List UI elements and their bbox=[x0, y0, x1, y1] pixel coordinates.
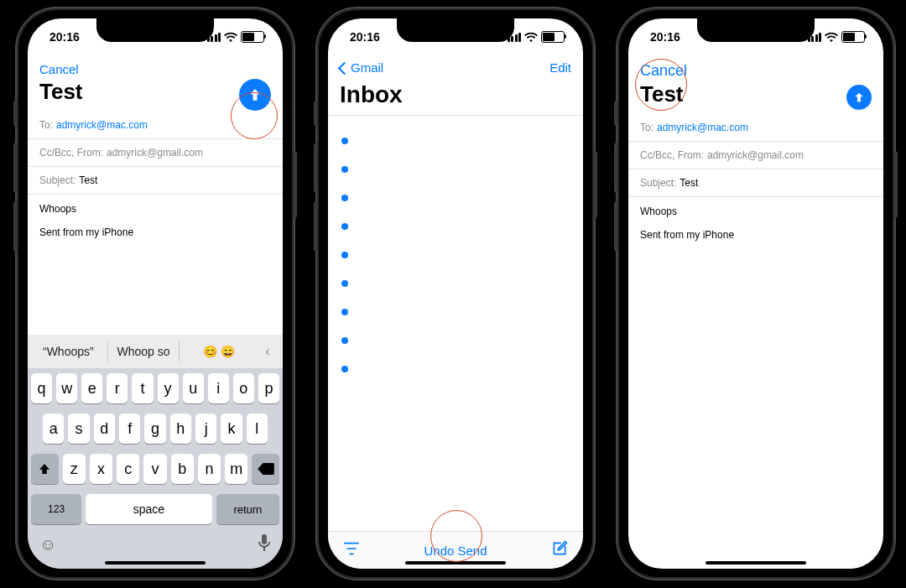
microphone-icon bbox=[258, 534, 271, 551]
status-time: 20:16 bbox=[49, 30, 80, 44]
key-b[interactable]: b bbox=[171, 454, 194, 484]
subject-label: Subject: bbox=[39, 174, 76, 186]
unread-dot-icon bbox=[341, 337, 348, 344]
notch bbox=[697, 18, 815, 42]
cc-bcc-from-field[interactable]: Cc/Bcc, From: admyrick@gmail.com bbox=[628, 142, 883, 169]
cc-label: Cc/Bcc, From: bbox=[39, 147, 103, 159]
unread-dot-icon bbox=[341, 223, 348, 230]
cancel-button[interactable]: Cancel bbox=[640, 62, 687, 79]
undo-send-button[interactable]: Undo Send bbox=[424, 544, 487, 558]
subject-field[interactable]: Subject: Test bbox=[28, 167, 283, 195]
key-z[interactable]: z bbox=[63, 454, 86, 484]
key-u[interactable]: u bbox=[183, 373, 204, 403]
send-button[interactable] bbox=[239, 79, 271, 111]
unread-dot-icon bbox=[341, 366, 348, 372]
battery-icon bbox=[541, 31, 565, 43]
key-p[interactable]: p bbox=[258, 373, 279, 403]
delete-key[interactable] bbox=[252, 454, 279, 484]
unread-dot-icon bbox=[341, 252, 348, 258]
return-key[interactable]: return bbox=[216, 494, 279, 524]
filter-icon bbox=[343, 542, 360, 555]
key-j[interactable]: j bbox=[195, 414, 216, 444]
notch bbox=[96, 18, 214, 42]
wifi-icon bbox=[224, 32, 237, 42]
status-time: 20:16 bbox=[650, 30, 680, 44]
key-o[interactable]: o bbox=[233, 373, 254, 403]
unread-dot-icon bbox=[341, 280, 348, 287]
key-d[interactable]: d bbox=[94, 414, 115, 444]
key-l[interactable]: l bbox=[247, 414, 268, 444]
edit-button[interactable]: Edit bbox=[549, 60, 571, 75]
to-field[interactable]: To: admyrick@mac.com bbox=[28, 112, 283, 139]
prediction-item[interactable]: Whoop so bbox=[107, 341, 180, 362]
compose-button[interactable] bbox=[551, 540, 568, 560]
to-label: To: bbox=[39, 119, 53, 131]
prediction-item[interactable]: 😊 😄 bbox=[183, 341, 254, 362]
key-v[interactable]: v bbox=[143, 454, 166, 484]
battery-icon bbox=[841, 31, 865, 43]
home-indicator[interactable] bbox=[405, 561, 506, 565]
key-n[interactable]: n bbox=[198, 454, 221, 484]
key-s[interactable]: s bbox=[68, 414, 89, 444]
subject-value: Test bbox=[680, 177, 698, 189]
key-e[interactable]: e bbox=[81, 373, 102, 403]
shift-icon bbox=[38, 462, 51, 476]
key-y[interactable]: y bbox=[158, 373, 179, 403]
key-a[interactable]: a bbox=[43, 414, 64, 444]
home-indicator[interactable] bbox=[105, 561, 206, 565]
compose-title: Test bbox=[28, 77, 95, 112]
body-line: Whoops bbox=[640, 206, 872, 217]
back-button[interactable]: Gmail bbox=[340, 60, 383, 75]
prediction-item[interactable]: “Whoops” bbox=[33, 341, 104, 362]
filter-button[interactable] bbox=[343, 542, 360, 559]
key-x[interactable]: x bbox=[90, 454, 112, 484]
key-g[interactable]: g bbox=[144, 414, 165, 444]
unread-dot-icon bbox=[341, 195, 348, 201]
cc-bcc-from-field[interactable]: Cc/Bcc, From: admyrick@gmail.com bbox=[28, 139, 283, 167]
chevron-left-icon bbox=[338, 62, 351, 75]
key-q[interactable]: q bbox=[31, 373, 52, 403]
wifi-icon bbox=[524, 32, 538, 42]
wifi-icon bbox=[825, 32, 838, 42]
compose-title: Test bbox=[628, 80, 695, 114]
status-time: 20:16 bbox=[350, 30, 380, 44]
home-indicator[interactable] bbox=[706, 561, 806, 565]
numbers-key[interactable]: 123 bbox=[31, 494, 81, 524]
keyboard-row-2: asdfghjkl bbox=[28, 408, 283, 449]
from-value: admyrick@gmail.com bbox=[707, 149, 804, 161]
key-r[interactable]: r bbox=[107, 373, 128, 403]
to-value: admyrick@mac.com bbox=[56, 119, 148, 131]
unread-dot-icon bbox=[341, 166, 348, 173]
key-k[interactable]: k bbox=[221, 414, 242, 444]
battery-icon bbox=[241, 31, 264, 43]
arrow-up-icon bbox=[852, 91, 866, 104]
to-value: admyrick@mac.com bbox=[657, 122, 748, 133]
key-h[interactable]: h bbox=[170, 414, 191, 444]
dictation-key[interactable] bbox=[258, 534, 271, 555]
unread-dot-icon bbox=[341, 309, 348, 315]
message-body[interactable]: Whoops Sent from my iPhone bbox=[28, 195, 283, 247]
subject-value: Test bbox=[79, 174, 97, 186]
notch bbox=[397, 18, 514, 42]
shift-key[interactable] bbox=[31, 454, 59, 484]
from-value: admyrick@gmail.com bbox=[107, 147, 203, 159]
subject-field[interactable]: Subject: Test bbox=[628, 169, 883, 197]
send-button[interactable] bbox=[846, 85, 872, 110]
subject-label: Subject: bbox=[640, 177, 676, 189]
keyboard-row-3: zxcvbnm bbox=[28, 449, 283, 489]
key-i[interactable]: i bbox=[208, 373, 229, 403]
emoji-key[interactable]: ☺ bbox=[39, 535, 56, 554]
prediction-collapse-icon[interactable]: ‹ bbox=[258, 344, 278, 359]
ios-keyboard: “Whoops” Whoop so 😊 😄 ‹ qwertyuiop asdfg… bbox=[28, 335, 283, 569]
space-key[interactable]: space bbox=[86, 494, 212, 524]
cancel-button[interactable]: Cancel bbox=[39, 62, 79, 76]
compose-icon bbox=[551, 540, 568, 557]
key-f[interactable]: f bbox=[119, 414, 140, 444]
key-t[interactable]: t bbox=[132, 373, 153, 403]
message-body[interactable]: Whoops Sent from my iPhone bbox=[628, 197, 883, 249]
key-w[interactable]: w bbox=[56, 373, 77, 403]
to-field[interactable]: To: admyrick@mac.com bbox=[628, 114, 883, 142]
key-c[interactable]: c bbox=[117, 454, 139, 484]
backspace-icon bbox=[258, 463, 274, 475]
key-m[interactable]: m bbox=[225, 454, 247, 484]
